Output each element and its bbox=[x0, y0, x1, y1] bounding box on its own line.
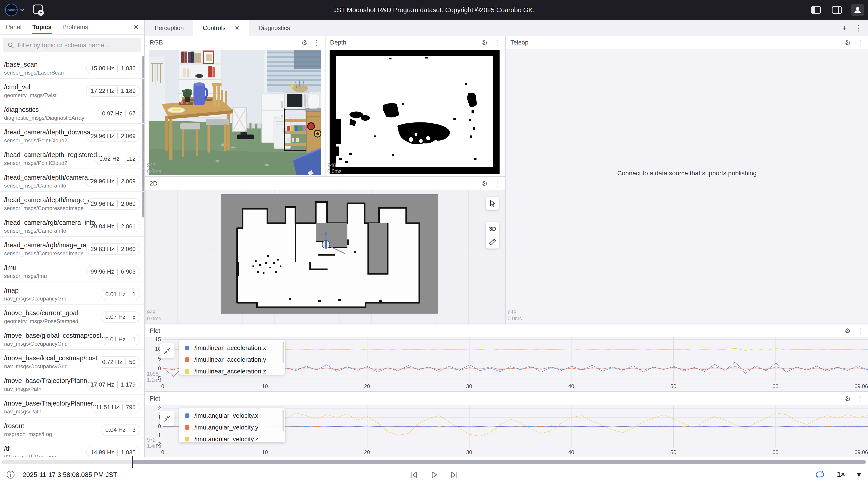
toggle-3d-button[interactable]: 3D bbox=[486, 222, 499, 235]
topic-list-item[interactable]: /move_base/current_goal geometry_msgs/Po… bbox=[0, 304, 144, 327]
pointer-tool-button[interactable] bbox=[486, 197, 499, 210]
legend-label: /imu.linear_acceleration.y bbox=[194, 356, 266, 363]
topic-list-item[interactable]: /head_camera/rgb/image_ra... sensor_msgs… bbox=[0, 237, 144, 259]
collapse-legend-icon bbox=[163, 415, 171, 422]
collapse-legend-button[interactable] bbox=[160, 411, 175, 426]
app-menu-button[interactable]: Coarobo bbox=[5, 4, 25, 16]
topic-list-item[interactable]: /move_base/global_costmap/cost... nav_ms… bbox=[0, 327, 144, 350]
account-button[interactable] bbox=[851, 4, 864, 16]
info-icon[interactable] bbox=[6, 470, 15, 479]
legend-scrollbar[interactable] bbox=[283, 410, 284, 431]
skip-forward-button[interactable] bbox=[449, 470, 459, 480]
topic-filter[interactable] bbox=[3, 38, 141, 53]
topic-list-item[interactable]: /cmd_vel geometry_msgs/Twist 17.22 Hz 1,… bbox=[0, 78, 144, 101]
x-axis: 010203040506069.06 bbox=[163, 448, 868, 457]
topic-list-item[interactable]: /tf tf2_msgs/TFMessage 14.99 Hz 1,035 bbox=[0, 440, 144, 460]
left-sidebar-toggle-button[interactable] bbox=[810, 4, 822, 16]
skip-backward-button[interactable] bbox=[409, 470, 419, 480]
timeline-scrubber[interactable] bbox=[2, 460, 866, 464]
legend-item[interactable]: /imu.angular_velocity.x bbox=[179, 410, 285, 422]
topic-list-item[interactable]: /head_camera/rgb/camera_info sensor_msgs… bbox=[0, 214, 144, 237]
sidebar-tab-topics[interactable]: Topics bbox=[32, 21, 52, 34]
depth-image[interactable] bbox=[326, 49, 505, 176]
close-icon[interactable]: ✕ bbox=[235, 25, 240, 31]
kebab-menu-icon[interactable]: ⋮ bbox=[857, 39, 864, 46]
legend-item[interactable]: /imu.angular_velocity.z bbox=[179, 433, 285, 442]
topic-list-item[interactable]: /move_base/local_costmap/cost... nav_msg… bbox=[0, 350, 144, 372]
kebab-menu-icon[interactable]: ⋮ bbox=[857, 395, 864, 402]
kebab-menu-icon[interactable]: ⋮ bbox=[857, 327, 864, 335]
map-viewport[interactable]: 3D bbox=[145, 190, 505, 324]
kebab-menu-icon[interactable]: ⋮ bbox=[494, 180, 500, 188]
panel-title: Depth bbox=[330, 39, 346, 46]
render-stats: 948 0.0ms bbox=[327, 162, 342, 174]
topic-count: 3 bbox=[132, 426, 135, 433]
plot-area[interactable]: 151050-5 010203040506069.06 /imu.linear_… bbox=[145, 337, 868, 391]
panel-title: Plot bbox=[150, 327, 160, 334]
main-area: Perception Controls ✕ Diagnostics + ⋮ RG… bbox=[145, 20, 868, 457]
badge-divider bbox=[117, 223, 118, 230]
stats-ms: 0.0ms bbox=[327, 168, 342, 174]
topic-count: 5 bbox=[132, 313, 135, 320]
search-input[interactable] bbox=[17, 41, 137, 49]
legend-item[interactable]: /imu.angular_velocity.y bbox=[179, 422, 285, 433]
topic-list-item[interactable]: /map nav_msgs/OccupancyGrid 0.01 Hz 1 bbox=[0, 282, 144, 304]
topic-list-item[interactable]: /move_base/TrajectoryPlann... nav_msgs/P… bbox=[0, 372, 144, 395]
kebab-menu-icon[interactable]: ⋮ bbox=[494, 39, 500, 46]
tab-diagnostics[interactable]: Diagnostics bbox=[249, 20, 300, 36]
x-tick-label: 50 bbox=[671, 383, 677, 390]
panel-depth: Depth ⚙ ⋮ bbox=[326, 36, 505, 176]
topic-list-item[interactable]: /head_camera/depth/camera... sensor_msgs… bbox=[0, 169, 144, 192]
right-sidebar-toggle-button[interactable] bbox=[831, 4, 843, 16]
sidebar-close-icon[interactable]: ✕ bbox=[133, 24, 139, 31]
rgb-image[interactable] bbox=[145, 49, 324, 176]
topic-name: /map bbox=[4, 287, 101, 294]
timeline-played bbox=[2, 460, 132, 464]
loop-toggle-button[interactable] bbox=[814, 470, 825, 479]
topic-hz: 0.01 Hz bbox=[105, 336, 126, 343]
topic-list-item[interactable]: /base_scan sensor_msgs/LaserScan 15.00 H… bbox=[0, 56, 144, 78]
topic-hz: 29.84 Hz bbox=[91, 223, 114, 230]
stats-ms: 1.4ms bbox=[147, 443, 161, 449]
topic-list-item[interactable]: /head_camera/depth_downsa... sensor_msgs… bbox=[0, 124, 144, 147]
play-button[interactable] bbox=[429, 470, 439, 480]
topic-list-item[interactable]: /head_camera/depth/image_r... sensor_msg… bbox=[0, 192, 144, 214]
plot-legend[interactable]: /imu.linear_acceleration.x/imu.linear_ac… bbox=[179, 340, 285, 375]
kebab-menu-icon[interactable]: ⋮ bbox=[313, 39, 320, 46]
gear-icon[interactable]: ⚙ bbox=[301, 39, 307, 46]
playhead[interactable] bbox=[132, 456, 133, 468]
stats-ms: 0.0ms bbox=[508, 316, 522, 322]
topic-hz: 29.96 Hz bbox=[91, 178, 114, 185]
topic-list-item[interactable]: /move_base/TrajectoryPlanner... nav_msgs… bbox=[0, 395, 144, 418]
add-tab-icon[interactable]: + bbox=[842, 24, 847, 33]
topic-count: 6,903 bbox=[121, 268, 135, 275]
plot-legend[interactable]: /imu.angular_velocity.x/imu.angular_velo… bbox=[179, 408, 285, 442]
legend-item[interactable]: /imu.linear_acceleration.y bbox=[179, 354, 285, 365]
legend-item[interactable]: /imu.linear_acceleration.z bbox=[179, 365, 285, 375]
legend-scrollbar[interactable] bbox=[283, 342, 284, 363]
topic-list-item[interactable]: /head_camera/depth_registered... sensor_… bbox=[0, 147, 144, 169]
topic-list-item[interactable]: /diagnostics diagnostic_msgs/DiagnosticA… bbox=[0, 101, 144, 124]
x-tick-label: 69.06 bbox=[855, 449, 868, 455]
gear-icon[interactable]: ⚙ bbox=[845, 39, 851, 46]
plot-area[interactable]: 210-1-2 010203040506069.06 /imu.angular_… bbox=[145, 405, 868, 457]
kebab-menu-icon[interactable]: ⋮ bbox=[855, 24, 862, 33]
tab-controls[interactable]: Controls ✕ bbox=[193, 20, 249, 36]
topic-list-item[interactable]: /rosout rosgraph_msgs/Log 0.04 Hz 3 bbox=[0, 418, 144, 440]
gear-icon[interactable]: ⚙ bbox=[845, 395, 851, 402]
topic-list-item[interactable]: /imu sensor_msgs/Imu 99.96 Hz 6,903 bbox=[0, 259, 144, 282]
sidebar-tab-problems[interactable]: Problems bbox=[62, 21, 89, 34]
gear-icon[interactable]: ⚙ bbox=[845, 327, 851, 335]
gear-icon[interactable]: ⚙ bbox=[482, 180, 488, 188]
playback-speed[interactable]: 1× bbox=[837, 470, 845, 479]
speed-caret-icon[interactable]: ▼ bbox=[857, 471, 861, 478]
legend-rows: /imu.linear_acceleration.x/imu.linear_ac… bbox=[179, 342, 285, 375]
topic-rate-badge: 11.51 Hz 795 bbox=[91, 401, 140, 413]
tab-perception[interactable]: Perception bbox=[145, 20, 193, 36]
legend-item[interactable]: /imu.linear_acceleration.x bbox=[179, 342, 285, 354]
gear-icon[interactable]: ⚙ bbox=[482, 39, 488, 46]
sidebar-tab-panel[interactable]: Panel bbox=[5, 21, 22, 34]
measure-tool-button[interactable] bbox=[486, 235, 499, 249]
collapse-legend-button[interactable] bbox=[160, 344, 175, 358]
add-layout-button[interactable]: + bbox=[33, 4, 44, 16]
